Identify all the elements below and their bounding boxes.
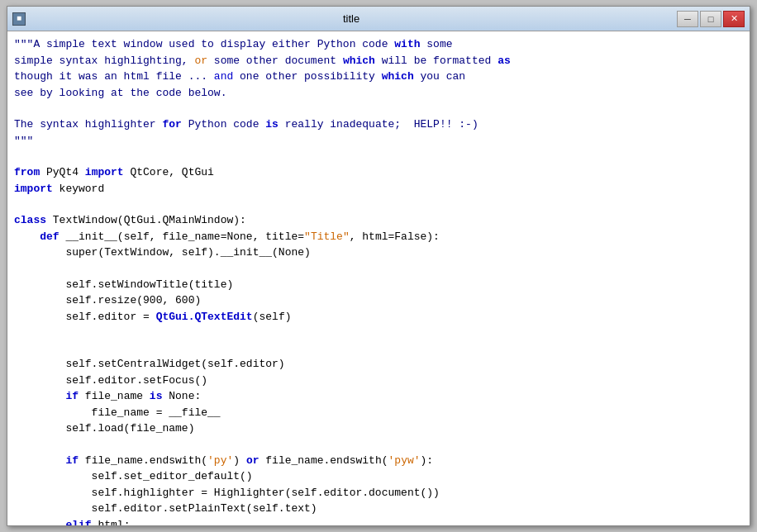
- empty-line: [14, 261, 743, 277]
- window-icon: ■: [12, 12, 26, 26]
- code-line: file_name = __file__: [14, 405, 743, 421]
- code-editor[interactable]: """A simple text window used to display …: [7, 31, 750, 525]
- code-line: self.load(file_name): [14, 420, 743, 437]
- code-line: simple syntax highlighting, or some othe…: [14, 53, 743, 69]
- code-line: The syntax highlighter for Python code i…: [14, 116, 743, 133]
- code-line: """A simple text window used to display …: [14, 36, 743, 53]
- code-line: super(TextWindow, self).__init__(None): [14, 245, 743, 261]
- code-line: self.editor.setFocus(): [14, 373, 743, 389]
- code-line: elif html:: [14, 517, 743, 526]
- code-line: self.set_editor_default(): [14, 468, 743, 485]
- window-title: title: [26, 12, 677, 25]
- code-line: import keyword: [14, 181, 743, 197]
- code-line: if file_name.endswith('py') or file_name…: [14, 453, 743, 469]
- titlebar: ■ title ─ □ ✕: [7, 7, 750, 31]
- empty-line: [14, 149, 743, 164]
- code-line: self.resize(900, 600): [14, 292, 743, 309]
- empty-line: [14, 197, 743, 212]
- minimize-button[interactable]: ─: [677, 11, 698, 27]
- empty-line: [14, 101, 743, 116]
- code-line: class TextWindow(QtGui.QMainWindow):: [14, 212, 743, 229]
- code-line: self.setWindowTitle(title): [14, 277, 743, 293]
- content-area: """A simple text window used to display …: [7, 31, 750, 525]
- empty-line: [14, 340, 743, 356]
- empty-line: [14, 325, 743, 340]
- empty-line: [14, 437, 743, 453]
- code-line: if file_name is None:: [14, 388, 743, 405]
- code-line: from PyQt4 import QtCore, QtGui: [14, 164, 743, 181]
- main-window: ■ title ─ □ ✕ """A simple text window us…: [7, 6, 750, 526]
- code-line: self.editor = QtGui.QTextEdit(self): [14, 309, 743, 325]
- code-line: see by looking at the code below.: [14, 85, 743, 102]
- code-line: """: [14, 133, 743, 150]
- window-controls: ─ □ ✕: [677, 11, 745, 27]
- close-button[interactable]: ✕: [723, 11, 745, 27]
- code-line: self.editor.setPlainText(self.text): [14, 501, 743, 517]
- maximize-button[interactable]: □: [700, 11, 721, 27]
- code-line: def __init__(self, file_name=None, title…: [14, 229, 743, 245]
- code-line: self.setCentralWidget(self.editor): [14, 356, 743, 373]
- code-line: though it was an html file ... and one o…: [14, 69, 743, 85]
- code-line: self.highlighter = Highlighter(self.edit…: [14, 485, 743, 501]
